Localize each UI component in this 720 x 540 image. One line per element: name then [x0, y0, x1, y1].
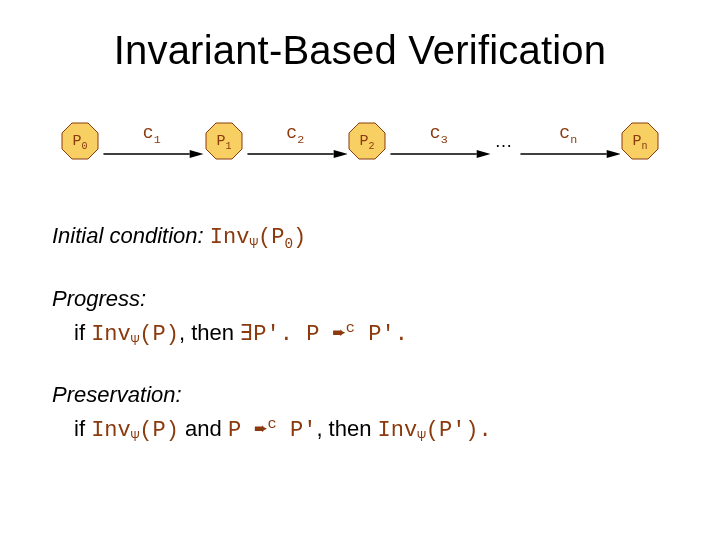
node-p0-label: P [72, 133, 81, 150]
transition-diagram: P0 c1 P1 c2 [60, 121, 660, 161]
arrow-icon [100, 149, 204, 159]
svg-marker-3 [190, 150, 204, 158]
progress-label: Progress: [52, 286, 146, 311]
octagon-icon: P2 [347, 121, 387, 161]
node-p1: P1 [204, 121, 244, 161]
arrow-icon [517, 149, 621, 159]
octagon-icon: P0 [60, 121, 100, 161]
arrow-cn-label: cn [559, 123, 577, 147]
node-p2: P2 [347, 121, 387, 161]
preservation-line: if InvΨ(P) and P ➨c P', then InvΨ(P'). [74, 416, 492, 441]
initial-expr: InvΨ(P0) [210, 225, 306, 250]
slide-title: Invariant-Based Verification [52, 28, 668, 73]
svg-marker-7 [333, 150, 347, 158]
arrow-c3-label: c3 [430, 123, 448, 147]
svg-marker-13 [606, 150, 620, 158]
node-p0: P0 [60, 121, 100, 161]
svg-marker-11 [477, 150, 491, 158]
progress-line: if InvΨ(P), then ∃P'. P ➨c P'. [74, 320, 408, 345]
preservation-label: Preservation: [52, 382, 182, 407]
arrow-c1-label: c1 [143, 123, 161, 147]
arrow-cn: cn [517, 123, 621, 159]
initial-condition: Initial condition: InvΨ(P0) [52, 219, 668, 256]
initial-label: Initial condition: [52, 223, 204, 248]
octagon-icon: Pn [620, 121, 660, 161]
ellipsis: … [491, 131, 517, 152]
preservation-block: Preservation: if InvΨ(P) and P ➨c P', th… [52, 378, 668, 449]
arrow-c2: c2 [244, 123, 348, 159]
arrow-c1: c1 [100, 123, 204, 159]
arrow-c3: c3 [387, 123, 491, 159]
arrow-c2-label: c2 [286, 123, 304, 147]
octagon-icon: P1 [204, 121, 244, 161]
progress-block: Progress: if InvΨ(P), then ∃P'. P ➨c P'. [52, 282, 668, 353]
node-pn: Pn [620, 121, 660, 161]
slide: Invariant-Based Verification P0 c1 [0, 0, 720, 540]
body-text: Initial condition: InvΨ(P0) Progress: if… [52, 219, 668, 449]
arrow-icon [244, 149, 348, 159]
arrow-icon [387, 149, 491, 159]
